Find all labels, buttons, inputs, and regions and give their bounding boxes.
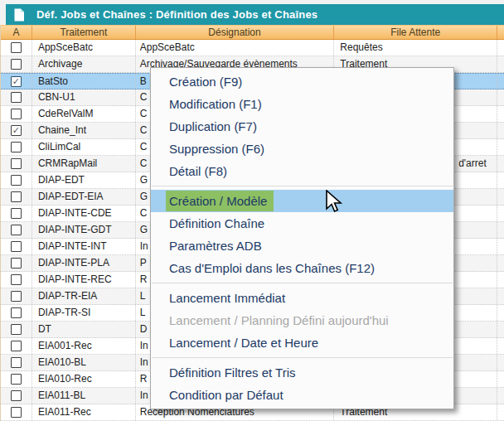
row-checkbox[interactable] <box>11 158 22 169</box>
row-select-cell: ✓ <box>1 123 32 138</box>
row-select-cell <box>1 40 32 56</box>
row-checkbox[interactable] <box>11 407 22 418</box>
traitement-cell: DIAP-INTE-INT <box>32 239 136 254</box>
menu-item[interactable]: Détail (F8) <box>151 160 453 182</box>
row-checkbox[interactable] <box>11 225 22 235</box>
menu-item[interactable]: Duplication (F7) <box>151 115 453 138</box>
menu-separator <box>152 283 453 283</box>
document-icon <box>13 8 25 22</box>
row-checkbox[interactable] <box>11 258 22 269</box>
spacer-cell <box>497 355 504 370</box>
row-checkbox[interactable]: ✓ <box>11 125 22 136</box>
row-checkbox[interactable] <box>11 59 22 70</box>
row-checkbox[interactable] <box>11 274 22 285</box>
menu-item[interactable]: Suppression (F6) <box>151 138 453 160</box>
menu-item[interactable]: Paramètres ADB <box>151 235 453 257</box>
traitement-cell: DIAP-TR-EIA <box>32 288 136 304</box>
table-row[interactable]: AppSceBatc AppSceBatc Requêtes <box>1 40 504 56</box>
menu-item-label: Condition par Défaut <box>169 388 284 402</box>
row-select-cell <box>1 322 32 337</box>
spacer-cell <box>497 239 504 254</box>
column-header-traitement[interactable]: Traitement <box>32 26 136 39</box>
menu-item-label: Création (F9) <box>169 75 242 89</box>
row-select-cell <box>1 355 32 370</box>
spacer-cell <box>497 56 504 72</box>
row-checkbox[interactable] <box>11 109 22 119</box>
menu-item[interactable]: Création (F9) <box>151 70 453 93</box>
spacer-cell <box>497 206 504 221</box>
traitement-cell: DIAP-EDT <box>32 172 136 188</box>
traitement-cell: EIA010-Rec <box>32 371 136 387</box>
traitement-cell: Chaine_Int <box>32 123 136 138</box>
spacer-cell <box>497 172 504 188</box>
row-select-cell <box>1 139 32 155</box>
designation-cell: AppSceBatc <box>136 40 335 56</box>
menu-item[interactable]: Lancement Immédiat <box>151 287 453 309</box>
spacer-cell <box>497 40 504 56</box>
spacer-cell <box>497 338 504 354</box>
menu-item-label: Duplication (F7) <box>169 119 257 133</box>
row-select-cell <box>1 90 32 105</box>
traitement-cell: DIAP-TR-SI <box>32 305 136 321</box>
spacer-cell <box>497 222 504 238</box>
menu-item[interactable]: Modification (F1) <box>151 93 453 115</box>
row-select-cell <box>1 189 32 205</box>
row-select-cell: ✓ <box>1 74 32 89</box>
row-checkbox[interactable] <box>11 324 22 335</box>
traitement-cell: EIA011-Rec <box>32 404 136 420</box>
traitement-cell: EIA001-Rec <box>32 338 136 354</box>
menu-item[interactable]: Définition Chaîne <box>151 212 453 235</box>
row-select-cell <box>1 172 32 188</box>
window-titlebar: Déf. Jobs et Chaînes : Définition des Jo… <box>6 4 504 25</box>
menu-item[interactable]: Création / Modèle <box>151 190 453 212</box>
menu-separator <box>152 186 453 186</box>
row-checkbox[interactable] <box>11 374 22 385</box>
menu-item-label: Détail (F8) <box>169 164 227 178</box>
row-checkbox[interactable] <box>11 208 22 219</box>
menu-item-label: Modification (F1) <box>169 97 262 111</box>
column-header-file-attente[interactable]: File Attente <box>334 26 497 39</box>
menu-item-label: Cas d'Emploi dans les Chaînes (F12) <box>169 261 375 275</box>
menu-item[interactable]: Condition par Défaut <box>151 384 453 406</box>
row-checkbox[interactable] <box>11 92 22 103</box>
row-checkbox[interactable] <box>11 307 22 318</box>
spacer-cell <box>497 288 504 304</box>
row-select-cell <box>1 222 32 238</box>
application-window: Déf. Jobs et Chaînes : Définition des Jo… <box>0 0 504 421</box>
column-header-a[interactable]: A <box>1 26 32 39</box>
row-checkbox[interactable] <box>11 341 22 351</box>
spacer-cell <box>497 106 504 122</box>
menu-item-label: Définition Chaîne <box>169 216 264 230</box>
row-checkbox[interactable] <box>11 241 22 252</box>
row-checkbox[interactable] <box>11 42 22 53</box>
row-select-cell <box>1 305 32 321</box>
traitement-cell: DIAP-INTE-GDT <box>32 222 136 238</box>
column-header-spacer <box>497 26 504 39</box>
menu-item-label: Suppression (F6) <box>169 142 264 156</box>
column-header-designation[interactable]: Désignation <box>136 26 335 39</box>
spacer-cell <box>497 123 504 138</box>
spacer-cell <box>497 371 504 387</box>
row-checkbox[interactable] <box>11 357 22 368</box>
traitement-cell: CRMRapMail <box>32 156 136 172</box>
row-checkbox[interactable] <box>11 175 22 186</box>
traitement-cell: CBN-U1 <box>32 90 136 105</box>
row-checkbox[interactable] <box>11 390 22 401</box>
traitement-cell: DIAP-INTE-PLA <box>32 255 136 271</box>
row-checkbox[interactable] <box>11 142 22 152</box>
menu-item[interactable]: Définition Filtres et Tris <box>151 361 453 384</box>
row-select-cell <box>1 156 32 172</box>
menu-item[interactable]: Lancement / Date et Heure <box>151 331 453 354</box>
traitement-cell: EIA010-BL <box>32 355 136 370</box>
spacer-cell <box>497 139 504 155</box>
menu-item-label: Lancement / Planning Défini aujourd'hui <box>169 313 389 327</box>
row-checkbox[interactable]: ✓ <box>11 76 22 87</box>
table-header: A Traitement Désignation File Attente <box>1 25 504 40</box>
menu-item-label: Définition Filtres et Tris <box>169 365 296 380</box>
menu-item-label: Création / Modèle <box>166 191 274 211</box>
menu-item[interactable]: Cas d'Emploi dans les Chaînes (F12) <box>151 257 453 279</box>
row-select-cell <box>1 338 32 354</box>
menu-item-label: Paramètres ADB <box>169 239 262 253</box>
row-checkbox[interactable] <box>11 191 22 202</box>
row-checkbox[interactable] <box>11 291 22 302</box>
